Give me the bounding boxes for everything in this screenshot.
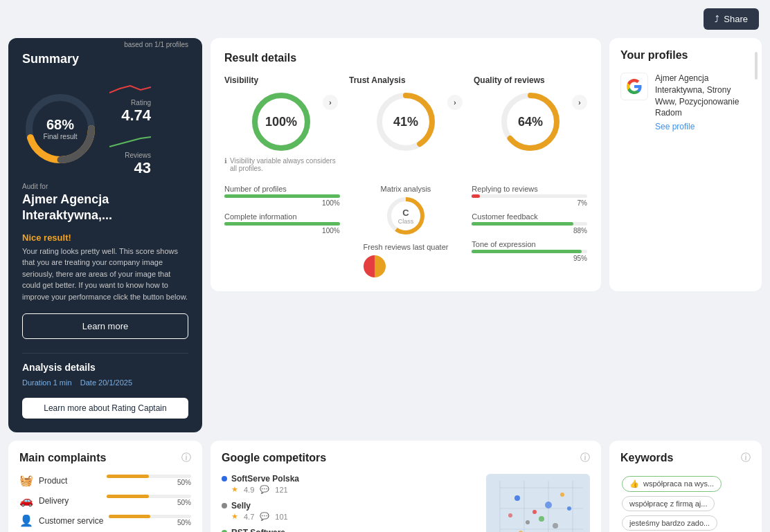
result-bottom: Number of profiles 100% Complete informa… (224, 185, 587, 277)
learn-more-button[interactable]: Learn more (22, 313, 188, 339)
complete-info-bar: Complete information 100% (224, 212, 340, 235)
softserve-rating: 4.9 (244, 486, 254, 494)
scrollbar (755, 52, 758, 80)
analysis-title: Analysis details (22, 362, 188, 373)
result-metrics-row: Visibility 100% ℹ Visibility variable al… (224, 75, 587, 174)
google-competitors-card: Google competitors ⓘ SoftServe Polska ★ … (211, 441, 601, 532)
svg-point-19 (514, 495, 520, 501)
num-profiles-label: Number of profiles (224, 185, 340, 193)
profile-item: Ajmer Agencja Interaktywna, Strony Www, … (620, 73, 751, 131)
svg-point-25 (508, 513, 512, 517)
main-complaints-card: Main complaints ⓘ 🧺 Product 50% 🚗 Delive… (8, 441, 202, 532)
fresh-reviews-label: Fresh reviews last quater (364, 243, 449, 251)
matrix-analysis: Matrix analysis C Class (381, 185, 431, 235)
final-pct: 68% (44, 117, 78, 133)
trust-label: Trust Analysis (349, 75, 406, 85)
share-icon: ⤴ (715, 14, 719, 24)
complaint-delivery: 🚗 Delivery 50% (19, 494, 191, 507)
matrix-label: Matrix analysis (381, 185, 431, 193)
softserve-dot (222, 476, 227, 481)
svg-point-22 (560, 493, 564, 497)
main-layout: Summary based on 1/1 profiles 68% Final … (0, 38, 770, 441)
replying-label: Replying to reviews (472, 185, 587, 193)
learn-more-rating-captain-button[interactable]: Learn more about Rating Captain (22, 398, 188, 419)
rating-label: Rating (109, 99, 151, 107)
fresh-reviews: Fresh reviews last quater (364, 243, 449, 277)
competitor-softserve: SoftServe Polska ★ 4.9 💬 121 (222, 474, 475, 494)
complaints-title: Main complaints (19, 452, 106, 464)
complaints-info-icon[interactable]: ⓘ (181, 452, 191, 464)
softserve-reviews: 121 (275, 486, 287, 494)
final-result-donut: 68% Final result (22, 91, 98, 167)
share-label: Share (724, 14, 748, 24)
complaint-product: 🧺 Product 50% (19, 474, 191, 487)
rating-value: 4.74 (109, 107, 151, 125)
replying-bar: Replying to reviews 7% (472, 185, 587, 207)
selly-reviews: 101 (275, 513, 287, 521)
complaints-title-row: Main complaints ⓘ (19, 452, 191, 464)
selly-rating: 4.7 (244, 513, 254, 521)
rating-metric: Rating 4.74 (109, 80, 151, 125)
quality-chevron[interactable]: › (572, 95, 587, 110)
keywords-info-icon[interactable]: ⓘ (741, 452, 751, 464)
keyword-2[interactable]: współpracę z firmą aj... (622, 496, 715, 511)
keywords-title-row: Keywords ⓘ (620, 452, 751, 464)
keyword-3[interactable]: jesteśmy bardzo zado... (622, 515, 717, 531)
svg-point-20 (532, 510, 537, 514)
reviews-metric: Reviews 43 (109, 133, 151, 177)
star-icon-2: ★ (231, 512, 238, 521)
svg-point-23 (526, 520, 530, 524)
complete-info-label: Complete information (224, 212, 340, 221)
keyword-1[interactable]: 👍 współpraca na wys... (622, 476, 722, 492)
reviews-label: Reviews (109, 152, 151, 159)
visibility-metric: Visibility 100% ℹ Visibility variable al… (224, 75, 338, 174)
customer-service-icon: 👤 (19, 514, 33, 527)
google-icon (620, 73, 648, 100)
trust-metric: Trust Analysis 41% › (349, 75, 463, 174)
delivery-label: Delivery (39, 496, 101, 506)
bottom-row: Main complaints ⓘ 🧺 Product 50% 🚗 Delive… (0, 441, 770, 532)
competitors-title-row: Google competitors ⓘ (222, 452, 590, 464)
visibility-value: 100% (265, 115, 297, 129)
tone-bar: Tone of expression 95% (472, 240, 587, 262)
rst-name: RST Software (231, 528, 285, 532)
based-on-label: based on 1/1 profiles (124, 41, 188, 48)
thumbs-up-icon: 👍 (629, 479, 639, 488)
duration-row: Duration 1 min Date 20/1/2025 (22, 378, 188, 387)
nice-result-label: Nice result! (22, 232, 188, 243)
customer-feedback-bar: Customer feedback 88% (472, 212, 587, 235)
comment-icon: 💬 (260, 485, 269, 494)
competitor-rst: RST Software ★ 4.7 💬 96 (222, 528, 475, 532)
share-button[interactable]: ⤴ Share (704, 8, 759, 30)
keywords-card: Keywords ⓘ 👍 współpraca na wys... współp… (609, 441, 762, 532)
svg-point-27 (553, 523, 558, 529)
reviews-value: 43 (109, 159, 151, 177)
customer-service-pct: 50% (109, 519, 191, 526)
result-text: Your rating looks pretty well. This scor… (22, 246, 188, 303)
selly-dot (222, 503, 227, 508)
fresh-reviews-icon (364, 255, 386, 277)
class-badge: C Class (387, 197, 424, 235)
see-profile-link[interactable]: See profile (655, 122, 751, 131)
trust-chevron[interactable]: › (447, 95, 463, 110)
summary-title: Summary (22, 52, 79, 66)
profile-name: Ajmer Agencja Interaktywna, Strony Www, … (655, 73, 751, 119)
competitors-inner: SoftServe Polska ★ 4.9 💬 121 Selly (222, 474, 590, 532)
bar-metrics: Number of profiles 100% Complete informa… (224, 185, 340, 277)
product-pct: 50% (107, 479, 191, 486)
svg-point-24 (539, 516, 544, 522)
tone-label: Tone of expression (472, 240, 587, 248)
visibility-note: ℹ Visibility variable always considers a… (224, 157, 338, 172)
competitors-scatter-plot: Reviews (486, 474, 590, 532)
middle-section: Matrix analysis C Class Fresh reviews la (348, 185, 464, 277)
competitors-info-icon[interactable]: ⓘ (580, 452, 590, 464)
keywords-list: 👍 współpraca na wys... współpracę z firm… (620, 474, 751, 532)
right-metrics: Replying to reviews 7% Customer feedback… (472, 185, 587, 277)
customer-service-label: Customer service (39, 516, 103, 526)
visibility-chevron[interactable]: › (323, 95, 338, 110)
keywords-title: Keywords (620, 452, 673, 464)
product-icon: 🧺 (19, 474, 33, 487)
result-details-title: Result details (224, 52, 587, 64)
visibility-circle: 100% (250, 91, 312, 153)
summary-card: Summary based on 1/1 profiles 68% Final … (8, 38, 202, 432)
